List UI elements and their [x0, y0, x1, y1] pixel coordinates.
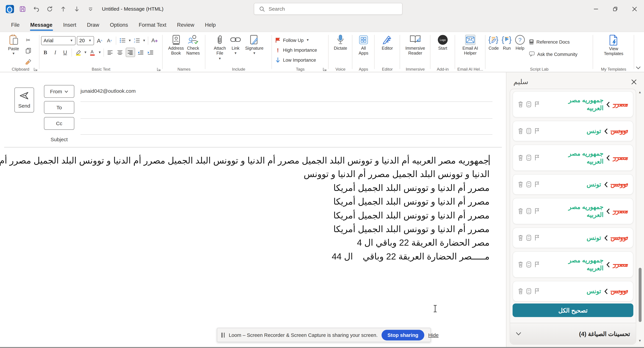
font-size-combo[interactable]: 20▼: [77, 36, 94, 45]
trash-icon[interactable]: [518, 181, 524, 188]
cut-icon[interactable]: ✂: [24, 36, 32, 44]
address-book-button[interactable]: Address Book: [167, 34, 185, 57]
decrease-indent-icon[interactable]: [136, 48, 145, 56]
flag-icon[interactable]: [534, 288, 540, 294]
font-color-icon[interactable]: A: [88, 48, 97, 56]
collapse-ribbon-icon[interactable]: [636, 66, 640, 69]
close-button[interactable]: [625, 0, 644, 18]
align-right-icon[interactable]: [126, 48, 135, 57]
low-importance-button[interactable]: Low Importance: [275, 56, 317, 64]
clipboard-dialog-launcher-icon[interactable]: [34, 68, 37, 71]
cc-button[interactable]: Cc: [44, 117, 74, 130]
email-ai-helper-button[interactable]: Email AI Helper: [461, 34, 479, 57]
add-to-dictionary-icon[interactable]: [526, 154, 532, 161]
follow-up-button[interactable]: Follow Up▼: [275, 36, 317, 44]
undo-icon[interactable]: [31, 4, 41, 14]
send-button[interactable]: Send: [14, 88, 34, 112]
format-painter-icon[interactable]: [24, 57, 32, 66]
pause-icon[interactable]: [221, 332, 224, 337]
suggested-fix[interactable]: جمهوريه مصر العربيه: [561, 150, 604, 166]
scroll-up-icon[interactable]: ▲: [638, 90, 642, 94]
ask-community-button[interactable]: ⁘ Ask the Community: [529, 49, 578, 59]
immersive-reader-button[interactable]: Immersive Reader: [404, 34, 426, 57]
all-apps-button[interactable]: All Apps: [357, 34, 370, 57]
increase-indent-icon[interactable]: [146, 48, 155, 56]
tab-review[interactable]: Review: [172, 19, 199, 32]
flag-icon[interactable]: [534, 234, 540, 241]
flag-icon[interactable]: [534, 128, 540, 134]
search-input[interactable]: Search: [254, 3, 402, 15]
suggestion-card-2[interactable]: توونستونس: [512, 121, 633, 142]
suggested-fix[interactable]: جمهوريه مصر العربيه: [561, 204, 604, 219]
redo-icon[interactable]: [45, 4, 54, 14]
flag-icon[interactable]: [534, 261, 540, 268]
suggested-fix[interactable]: جمهوريه مصر العربيه: [561, 97, 604, 112]
align-left-icon[interactable]: [106, 48, 114, 56]
bold-button[interactable]: B: [41, 48, 50, 56]
trash-icon[interactable]: [518, 261, 524, 268]
tab-message[interactable]: Message: [26, 19, 57, 32]
suggestion-card-7[interactable]: مصررجمهوريه مصر العربيه: [512, 251, 633, 278]
suggestion-card-3[interactable]: مصررجمهوريه مصر العربيه: [512, 144, 633, 171]
highlight-icon[interactable]: [74, 48, 82, 56]
reference-docs-button[interactable]: Reference Docs: [529, 37, 578, 46]
paste-button[interactable]: Paste ▼: [3, 34, 24, 56]
dictate-button[interactable]: Dictate: [333, 34, 348, 52]
suggested-fix[interactable]: تونس: [586, 287, 601, 295]
add-to-dictionary-icon[interactable]: [526, 101, 532, 108]
add-to-dictionary-icon[interactable]: [526, 181, 532, 188]
from-value[interactable]: junaid042@outlook.com: [80, 88, 136, 94]
tab-draw[interactable]: Draw: [82, 19, 104, 32]
hide-link[interactable]: Hide: [428, 332, 438, 338]
trash-icon[interactable]: [518, 154, 524, 161]
suggested-fix[interactable]: جمهوريه مصر العربيه: [561, 257, 604, 272]
flag-icon[interactable]: [534, 154, 540, 161]
panel-scrollbar[interactable]: ▲ ▼: [638, 90, 643, 342]
suggestion-card-5[interactable]: مصررجمهوريه مصر العربيه: [512, 198, 633, 224]
suggestion-card-6[interactable]: توونستونس: [512, 228, 633, 248]
flag-icon[interactable]: [534, 208, 540, 214]
bullets-icon[interactable]: [118, 36, 127, 45]
to-button[interactable]: To: [44, 101, 74, 114]
tags-dialog-launcher-icon[interactable]: [323, 68, 326, 71]
attach-file-button[interactable]: Attach File ▼: [212, 34, 227, 61]
suggestion-card-4[interactable]: توونستونس: [512, 174, 633, 195]
suggested-fix[interactable]: تونس: [586, 234, 601, 242]
suggestion-card-8[interactable]: توونستونس: [512, 281, 633, 302]
from-button[interactable]: From: [44, 85, 74, 98]
script-help-button[interactable]: ? Help: [514, 34, 526, 52]
tab-format-text[interactable]: Format Text: [134, 19, 171, 32]
panel-close-icon[interactable]: [630, 78, 638, 86]
save-icon[interactable]: [18, 4, 28, 14]
trash-icon[interactable]: [518, 288, 524, 294]
add-to-dictionary-icon[interactable]: [526, 261, 532, 268]
move-up-icon[interactable]: [58, 4, 68, 14]
font-name-combo[interactable]: Arial▼: [41, 36, 76, 45]
tab-help[interactable]: Help: [200, 19, 220, 32]
copy-icon[interactable]: [24, 46, 32, 55]
signature-button[interactable]: Signature ▼: [244, 34, 265, 56]
suggested-fix[interactable]: تونس: [586, 180, 601, 188]
tab-insert[interactable]: Insert: [58, 19, 81, 32]
shrink-font-icon[interactable]: A˅: [105, 36, 114, 45]
run-button[interactable]: {} Run: [500, 34, 514, 52]
italic-button[interactable]: I: [51, 48, 60, 56]
trash-icon[interactable]: [518, 101, 524, 108]
scroll-down-icon[interactable]: ▼: [638, 339, 642, 342]
view-templates-button[interactable]: View Templates: [602, 34, 624, 58]
basic-text-dialog-launcher-icon[interactable]: [157, 68, 161, 71]
restore-button[interactable]: [605, 0, 624, 18]
message-body[interactable]: جمهوريه مصر العربيه أم الدنيا و توونس ال…: [0, 149, 506, 348]
stop-sharing-button[interactable]: Stop sharing: [382, 330, 424, 340]
cc-field[interactable]: [80, 134, 492, 135]
start-addin-button[interactable]: Logo Start: [436, 34, 450, 52]
underline-button[interactable]: U: [61, 48, 70, 56]
flag-icon[interactable]: [534, 181, 540, 188]
correct-all-button[interactable]: تصحيح الكل: [512, 304, 633, 317]
tab-options[interactable]: Options: [106, 19, 132, 32]
tab-file[interactable]: File: [6, 19, 24, 32]
trash-icon[interactable]: [518, 128, 524, 134]
trash-icon[interactable]: [518, 234, 524, 241]
add-to-dictionary-icon[interactable]: [526, 234, 532, 241]
code-button[interactable]: {} Code: [487, 34, 500, 52]
